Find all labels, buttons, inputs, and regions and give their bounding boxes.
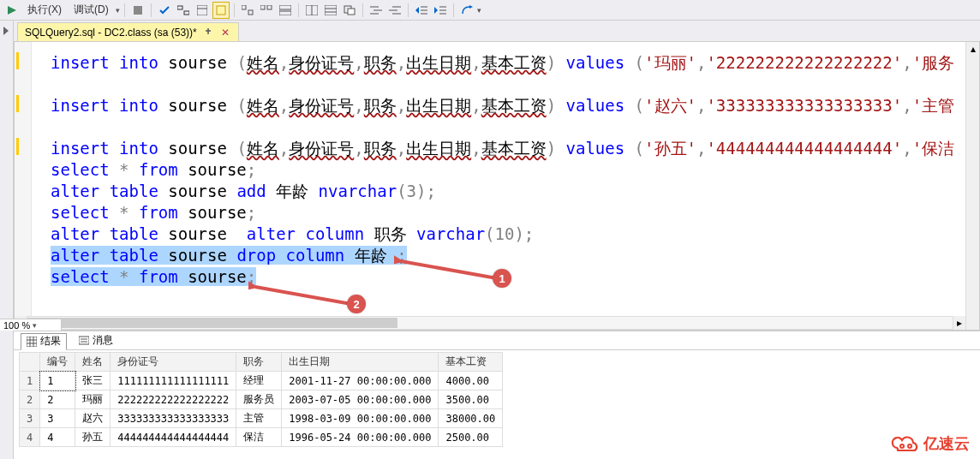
toolbar-icon-3[interactable] xyxy=(212,2,230,19)
svg-rect-19 xyxy=(348,9,355,15)
toolbar-icon-10[interactable] xyxy=(458,2,475,19)
indent-minus-icon[interactable] xyxy=(368,2,385,19)
toolbar-icon-7[interactable] xyxy=(303,2,320,19)
results-grid[interactable]: 编号 姓名 身份证号 职务 出生日期 基本工资 11张三111111111111… xyxy=(19,352,503,447)
svg-marker-26 xyxy=(415,7,419,14)
outdent-icon[interactable] xyxy=(413,2,430,19)
tab-title: SQLQuery2.sql - DC2.class (sa (53))* xyxy=(25,27,197,39)
toolbar-icon-6[interactable] xyxy=(277,2,294,19)
editor-gutter xyxy=(15,42,32,316)
zoom-level[interactable]: 100 % ▾ xyxy=(0,319,62,331)
results-panel: 结果 消息 编号 姓名 身份证号 职务 出生日期 基本工资 11张三111111… xyxy=(14,331,980,459)
svg-rect-12 xyxy=(279,11,291,15)
debug-dropdown-icon[interactable]: ▾ xyxy=(116,6,120,15)
execute-button[interactable]: 执行(X) xyxy=(22,2,67,19)
message-icon xyxy=(79,336,89,346)
debug-button[interactable]: 调试(D) xyxy=(69,2,114,19)
table-row[interactable]: 22玛丽222222222222222222服务员2003-07-05 00:0… xyxy=(20,390,503,409)
collapse-icon[interactable] xyxy=(2,22,14,39)
svg-marker-0 xyxy=(8,6,16,15)
side-gutter xyxy=(0,21,14,459)
parse-icon[interactable] xyxy=(156,2,173,19)
header-row: 编号 姓名 身份证号 职务 出生日期 基本工资 xyxy=(20,353,503,372)
svg-rect-2 xyxy=(177,6,182,9)
svg-rect-6 xyxy=(217,6,225,15)
file-tab[interactable]: SQLQuery2.sql - DC2.class (sa (53))* ✕ xyxy=(17,22,239,41)
svg-rect-4 xyxy=(197,5,207,15)
svg-rect-15 xyxy=(325,5,337,15)
editor-pane: insert into sourse (姓名,身份证号,职务,出生日期,基本工资… xyxy=(14,41,980,331)
toolbar-icon-4[interactable] xyxy=(239,2,256,19)
close-icon[interactable]: ✕ xyxy=(219,27,231,39)
sql-editor[interactable]: insert into sourse (姓名,身份证号,职务,出生日期,基本工资… xyxy=(32,42,979,316)
indent-icon[interactable] xyxy=(432,2,449,19)
indent-plus-icon[interactable] xyxy=(386,2,403,19)
execute-icon[interactable] xyxy=(3,2,21,19)
svg-point-49 xyxy=(908,444,911,448)
brand-logo: 亿速云 xyxy=(891,433,970,454)
svg-rect-9 xyxy=(260,5,265,9)
table-row[interactable]: 44孙五444444444444444444保洁1996-05-24 00:00… xyxy=(20,428,503,447)
svg-rect-10 xyxy=(267,5,272,9)
svg-rect-3 xyxy=(184,11,189,15)
results-tabs: 结果 消息 xyxy=(14,331,980,350)
svg-marker-30 xyxy=(434,7,438,14)
tab-strip: SQLQuery2.sql - DC2.class (sa (53))* ✕ xyxy=(0,21,980,41)
table-row[interactable]: 11张三111111111111111111经理2001-11-27 00:00… xyxy=(20,372,503,390)
svg-rect-1 xyxy=(134,6,142,15)
cloud-icon xyxy=(891,434,920,453)
svg-rect-40 xyxy=(27,337,37,347)
pin-icon[interactable] xyxy=(202,27,214,39)
toolbar-icon-1[interactable] xyxy=(175,2,192,19)
svg-marker-35 xyxy=(3,27,9,35)
svg-marker-34 xyxy=(469,5,473,9)
toolbar-icon-2[interactable] xyxy=(194,2,211,19)
table-row[interactable]: 33赵六333333333333333333主管1998-03-09 00:00… xyxy=(20,409,503,428)
svg-rect-11 xyxy=(279,5,291,9)
messages-tab[interactable]: 消息 xyxy=(74,332,118,349)
grid-icon xyxy=(27,337,37,347)
toolbar-icon-9[interactable] xyxy=(341,2,358,19)
svg-rect-45 xyxy=(79,337,89,344)
stop-icon[interactable] xyxy=(129,2,146,19)
svg-rect-8 xyxy=(248,10,253,15)
svg-rect-7 xyxy=(242,5,246,9)
hscroll[interactable]: ◂ ▸ xyxy=(15,316,965,330)
toolbar-dropdown-icon[interactable]: ▾ xyxy=(477,6,481,15)
toolbar-icon-8[interactable] xyxy=(322,2,339,19)
toolbar-icon-5[interactable] xyxy=(258,2,275,19)
main-toolbar: 执行(X) 调试(D) ▾ ▾ xyxy=(0,0,980,21)
vscroll[interactable]: ▴ xyxy=(965,42,979,330)
results-tab[interactable]: 结果 xyxy=(21,333,67,350)
svg-point-48 xyxy=(900,444,904,448)
